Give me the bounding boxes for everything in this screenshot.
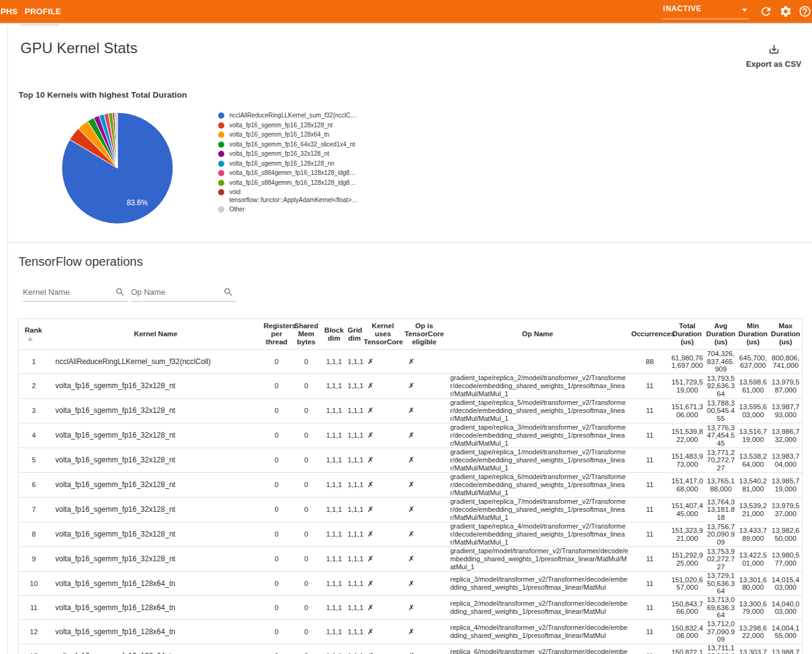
op-name-input[interactable] (131, 286, 236, 302)
table-row: 2volta_fp16_sgemm_fp16_32x128_nt001,1,11… (19, 374, 803, 399)
table-cell: 12 (19, 620, 49, 644)
tab-profile[interactable]: PROFILE (25, 7, 61, 16)
table-cell: 13,793,592,636.364 (705, 374, 737, 399)
table-cell: 0 (291, 644, 322, 654)
refresh-icon[interactable] (759, 5, 772, 18)
column-header-registers-per-thread[interactable]: Registers per thread (263, 319, 291, 350)
pie-slice-percentage: 83.6% (127, 198, 148, 207)
legend-item: volta_fp16_sgemm_fp16_32x128_nt (218, 150, 344, 158)
table-cell: 0 (291, 423, 322, 448)
table-cell: gradient_tape/replica_2/model/transforme… (446, 374, 630, 399)
run-selector-dropdown[interactable]: INACTIVE (663, 4, 749, 19)
table-cell: 13,979,537,000 (769, 498, 803, 522)
pie-chart-legend: ncclAllReduceRingLLKernel_sum_f32(ncclC…… (218, 112, 344, 227)
top-kernels-pie-chart[interactable]: 83.6% (59, 109, 176, 227)
table-cell: volta_fp16_sgemm_fp16_128x64_tn (49, 620, 263, 644)
table-cell: ✗ (363, 572, 404, 596)
table-cell: 151,020,657,000 (670, 572, 705, 596)
column-header-shared-mem-bytes[interactable]: Shared Mem bytes (291, 319, 322, 350)
legend-item: ncclAllReduceRingLLKernel_sum_f32(ncclC… (218, 112, 344, 120)
table-cell: volta_fp16_sgemm_fp16_32x128_nt (49, 423, 263, 448)
table-cell: ✗ (404, 350, 446, 374)
table-cell: 151,539,822,000 (670, 423, 705, 448)
table-cell: 1,1,1 (347, 620, 363, 644)
table-cell: 11 (630, 473, 670, 498)
help-icon[interactable] (798, 5, 811, 18)
table-cell: 0 (291, 522, 322, 547)
table-cell: 1,1,1 (347, 473, 363, 498)
download-icon (768, 43, 780, 55)
legend-label: volta_fp16_s884gemm_fp16_128x128_ldg8… (229, 169, 344, 177)
sort-asc-icon (28, 337, 33, 341)
table-row: 4volta_fp16_sgemm_fp16_32x128_nt001,1,11… (19, 423, 803, 448)
table-cell: 13 (19, 644, 49, 654)
table-cell: 1,1,1 (322, 423, 347, 448)
legend-item: volta_fp16_sgemm_fp16_128x64_tn (218, 131, 344, 139)
table-cell: 13,979,587,000 (769, 374, 803, 399)
table-cell: 13,422,501,000 (737, 547, 769, 572)
tab-graphs[interactable]: PHS (1, 7, 18, 16)
column-header-rank[interactable]: Rank (19, 319, 49, 350)
search-icon (115, 287, 125, 297)
search-icon (223, 287, 234, 297)
table-cell: volta_fp16_sgemm_fp16_32x128_nt (49, 547, 263, 572)
column-header-op-is-tensorcore-eligible[interactable]: Op is TensorCore eligible (404, 319, 446, 350)
table-cell: volta_fp16_sgemm_fp16_128x64_tn (49, 572, 263, 596)
table-cell: 13,986,732,000 (769, 423, 803, 448)
legend-color-dot (218, 122, 224, 129)
table-cell: 4 (19, 423, 49, 448)
table-cell: 13,764,313,181.818 (705, 498, 737, 522)
table-cell: 11 (630, 399, 670, 423)
column-header-kernel-uses-tensorcore[interactable]: Kernel uses TensorCore (363, 319, 404, 350)
table-cell (446, 350, 630, 374)
table-cell: 13,598,661,000 (737, 374, 769, 399)
column-header-kernel-name[interactable]: Kernel Name (49, 319, 263, 350)
export-csv-button[interactable]: Export as CSV (744, 43, 803, 69)
kernel-stats-table: RankKernel NameRegisters per threadShare… (18, 318, 803, 654)
column-header-grid-dim[interactable]: Grid dim (347, 319, 363, 350)
table-cell: 13,303,739,000 (737, 644, 769, 654)
table-cell: ✗ (363, 350, 404, 374)
table-cell: 1,1,1 (347, 522, 363, 547)
column-header-min-duration-us[interactable]: Min Duration (us) (737, 319, 769, 350)
table-cell: replica_3/model/transformer_v2/Transform… (446, 572, 630, 596)
column-header-occurrences[interactable]: Occurrences (630, 319, 670, 350)
gear-icon[interactable] (779, 5, 792, 18)
table-cell: 1,1,1 (322, 547, 347, 572)
table-cell: 150,822,126,000 (670, 644, 705, 654)
kernel-table-wrap: RankKernel NameRegisters per threadShare… (18, 318, 802, 654)
column-header-avg-duration-us[interactable]: Avg Duration (us) (705, 319, 737, 350)
legend-label: volta_fp16_sgemm_fp16_128x128_nt (229, 122, 332, 130)
table-cell: ✗ (363, 596, 404, 620)
table-cell: 11 (630, 547, 670, 572)
table-filters (23, 286, 802, 302)
table-row: 10volta_fp16_sgemm_fp16_128x64_tn001,1,1… (19, 572, 803, 596)
table-cell: 150,843,766,000 (670, 596, 705, 620)
table-cell: 0 (263, 448, 291, 473)
table-cell: ✗ (404, 620, 446, 644)
table-cell: 151,292,925,000 (670, 547, 705, 572)
table-cell: ✗ (363, 473, 404, 498)
table-cell: ✗ (363, 620, 404, 644)
kernel-name-input[interactable] (23, 286, 128, 302)
table-cell: volta_fp16_sgemm_fp16_128x64_tn (49, 644, 263, 654)
column-header-total-duration-us[interactable]: Total Duration (us) (670, 319, 705, 350)
column-header-max-duration-us[interactable]: Max Duration (us) (769, 319, 803, 350)
table-cell: 0 (291, 547, 322, 572)
table-cell: 11 (630, 448, 670, 473)
table-row: 5volta_fp16_sgemm_fp16_32x128_nt001,1,11… (19, 448, 803, 473)
table-cell: 11 (630, 620, 670, 644)
table-cell: volta_fp16_sgemm_fp16_128x64_tn (49, 596, 263, 620)
table-cell: 13,983,704,000 (769, 448, 803, 473)
table-cell: 14,015,403,000 (769, 572, 803, 596)
table-cell: 0 (291, 572, 322, 596)
column-header-op-name[interactable]: Op Name (446, 319, 630, 350)
legend-item: volta_fp16_sgemm_fp16_64x32_sliced1x4_nt (218, 141, 344, 149)
table-row: 9volta_fp16_sgemm_fp16_32x128_nt001,1,11… (19, 547, 803, 572)
column-header-block-dim[interactable]: Block dim (322, 319, 347, 350)
table-cell: 1,1,1 (347, 498, 363, 522)
table-cell: 0 (291, 374, 322, 399)
table-cell: volta_fp16_sgemm_fp16_32x128_nt (49, 399, 263, 423)
table-cell: 3 (19, 399, 49, 423)
page-title: GPU Kernel Stats (20, 40, 802, 57)
